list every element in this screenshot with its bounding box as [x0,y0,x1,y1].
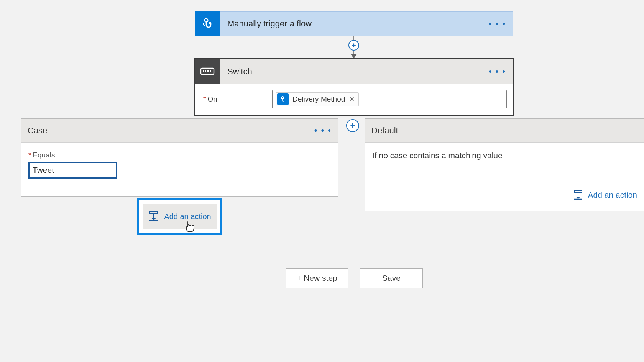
switch-menu-icon[interactable]: • • • [489,67,506,77]
token-delivery-method[interactable]: Delivery Method ✕ [276,92,359,106]
switch-card: Switch • • • *On Delivery Method ✕ [194,58,514,116]
insert-step-button[interactable]: + [348,40,359,51]
case-add-action-label: Add an action [164,212,211,221]
switch-icon [195,59,220,84]
token-icon [277,93,289,105]
case-menu-icon[interactable]: • • • [314,126,332,136]
svg-rect-11 [574,190,582,192]
new-step-button[interactable]: + New step [286,268,348,288]
svg-rect-5 [210,70,211,72]
case-title: Case [28,126,314,136]
switch-on-label: *On [203,95,272,103]
case-header[interactable]: Case • • • [21,119,338,143]
equals-label: *Equals [28,151,331,159]
case-add-action-button[interactable]: Add an action [143,204,217,229]
switch-header[interactable]: Switch • • • [196,59,513,84]
default-description: If no case contains a matching value [372,151,637,160]
switch-body: *On Delivery Method ✕ [196,84,513,115]
case-card: Case • • • *Equals [21,118,338,197]
svg-rect-7 [150,212,158,214]
default-add-action-button[interactable]: Add an action [372,190,637,200]
add-action-highlight: Add an action [137,198,222,235]
default-add-action-label: Add an action [588,190,637,200]
switch-title: Switch [227,67,489,77]
trigger-title: Manually trigger a flow [227,19,489,29]
manual-trigger-icon [195,11,220,36]
default-body: If no case contains a matching value Add… [365,143,644,211]
save-button[interactable]: Save [360,268,423,288]
add-action-icon [573,190,583,200]
svg-rect-2 [203,70,204,72]
svg-rect-4 [207,70,209,72]
equals-input[interactable] [28,162,117,179]
default-header[interactable]: Default [365,119,644,143]
default-card: Default If no case contains a matching v… [365,118,644,211]
case-body: *Equals [21,143,338,196]
token-remove-icon[interactable]: ✕ [349,95,355,103]
add-action-icon [148,211,159,221]
add-case-button[interactable]: + [346,119,359,132]
token-label: Delivery Method [292,95,345,103]
trigger-menu-icon[interactable]: • • • [489,19,506,29]
trigger-card[interactable]: Manually trigger a flow • • • [195,11,513,36]
svg-rect-3 [205,70,206,72]
switch-on-input[interactable]: Delivery Method ✕ [272,90,507,108]
default-title: Default [371,126,398,136]
